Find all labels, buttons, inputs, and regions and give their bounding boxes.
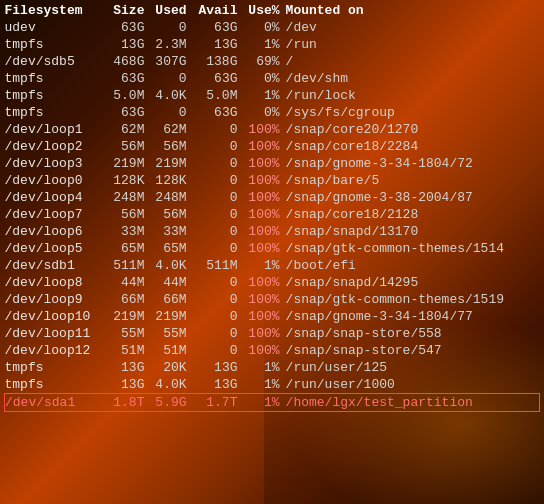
- table-row: udev63G063G0%/dev: [5, 19, 540, 36]
- table-row: /dev/loop1155M55M0100%/snap/snap-store/5…: [5, 325, 540, 342]
- col-used: Used: [150, 2, 192, 19]
- cell-avail: 63G: [193, 104, 244, 121]
- cell-mount: /dev/shm: [286, 70, 540, 87]
- cell-use-pct: 100%: [243, 172, 285, 189]
- cell-use-pct: 100%: [243, 155, 285, 172]
- cell-used: 4.0K: [150, 257, 192, 274]
- cell-avail: 63G: [193, 19, 244, 36]
- cell-use-pct: 100%: [243, 138, 285, 155]
- cell-size: 13G: [108, 359, 150, 376]
- cell-used: 307G: [150, 53, 192, 70]
- cell-avail: 0: [193, 206, 244, 223]
- cell-mount: /snap/gnome-3-34-1804/77: [286, 308, 540, 325]
- cell-avail: 5.0M: [193, 87, 244, 104]
- cell-avail: 13G: [193, 359, 244, 376]
- cell-mount: /snap/gnome-3-38-2004/87: [286, 189, 540, 206]
- cell-avail: 13G: [193, 36, 244, 53]
- table-row: /dev/loop633M33M0100%/snap/snapd/13170: [5, 223, 540, 240]
- cell-size: 56M: [108, 138, 150, 155]
- table-row: /dev/loop162M62M0100%/snap/core20/1270: [5, 121, 540, 138]
- cell-mount: /snap/core18/2128: [286, 206, 540, 223]
- cell-fs: /dev/loop6: [5, 223, 109, 240]
- table-row: tmpfs13G2.3M13G1%/run: [5, 36, 540, 53]
- cell-size: 13G: [108, 376, 150, 394]
- cell-avail: 63G: [193, 70, 244, 87]
- col-mounted: Mounted on: [286, 2, 540, 19]
- cell-mount: /snap/snap-store/547: [286, 342, 540, 359]
- cell-used: 128K: [150, 172, 192, 189]
- cell-size: 56M: [108, 206, 150, 223]
- cell-fs: /dev/loop3: [5, 155, 109, 172]
- cell-mount: /run: [286, 36, 540, 53]
- table-row: /dev/loop1251M51M0100%/snap/snap-store/5…: [5, 342, 540, 359]
- cell-use-pct: 100%: [243, 291, 285, 308]
- cell-used: 51M: [150, 342, 192, 359]
- cell-mount: /snap/gtk-common-themes/1519: [286, 291, 540, 308]
- table-row: /dev/sdb1511M4.0K511M1%/boot/efi: [5, 257, 540, 274]
- table-row: tmpfs13G4.0K13G1%/run/user/1000: [5, 376, 540, 394]
- table-row: tmpfs63G063G0%/dev/shm: [5, 70, 540, 87]
- cell-size: 511M: [108, 257, 150, 274]
- cell-use-pct: 1%: [243, 257, 285, 274]
- cell-avail: 511M: [193, 257, 244, 274]
- cell-use-pct: 100%: [243, 240, 285, 257]
- cell-avail: 13G: [193, 376, 244, 394]
- table-row: /dev/loop844M44M0100%/snap/snapd/14295: [5, 274, 540, 291]
- cell-fs: /dev/loop0: [5, 172, 109, 189]
- table-header: Filesystem Size Used Avail Use% Mounted …: [5, 2, 540, 19]
- cell-size: 248M: [108, 189, 150, 206]
- cell-used: 0: [150, 104, 192, 121]
- cell-size: 66M: [108, 291, 150, 308]
- cell-avail: 0: [193, 172, 244, 189]
- cell-use-pct: 1%: [243, 376, 285, 394]
- cell-size: 63G: [108, 70, 150, 87]
- cell-use-pct: 100%: [243, 308, 285, 325]
- cell-mount: /snap/bare/5: [286, 172, 540, 189]
- cell-size: 33M: [108, 223, 150, 240]
- cell-fs: /dev/loop11: [5, 325, 109, 342]
- cell-use-pct: 100%: [243, 189, 285, 206]
- cell-mount: /snap/gtk-common-themes/1514: [286, 240, 540, 257]
- table-row: tmpfs63G063G0%/sys/fs/cgroup: [5, 104, 540, 121]
- col-avail: Avail: [193, 2, 244, 19]
- cell-fs: tmpfs: [5, 70, 109, 87]
- table-row: tmpfs13G20K13G1%/run/user/125: [5, 359, 540, 376]
- table-row: /dev/loop966M66M0100%/snap/gtk-common-th…: [5, 291, 540, 308]
- cell-size: 468G: [108, 53, 150, 70]
- cell-avail: 1.7T: [193, 394, 244, 412]
- cell-fs: tmpfs: [5, 359, 109, 376]
- cell-used: 56M: [150, 206, 192, 223]
- cell-used: 248M: [150, 189, 192, 206]
- cell-mount: /snap/snapd/13170: [286, 223, 540, 240]
- cell-used: 66M: [150, 291, 192, 308]
- cell-fs: /dev/loop12: [5, 342, 109, 359]
- cell-size: 65M: [108, 240, 150, 257]
- cell-mount: /snap/core20/1270: [286, 121, 540, 138]
- cell-fs: /dev/loop5: [5, 240, 109, 257]
- cell-use-pct: 1%: [243, 87, 285, 104]
- cell-avail: 0: [193, 121, 244, 138]
- cell-fs: /dev/loop8: [5, 274, 109, 291]
- cell-fs: /dev/sdb1: [5, 257, 109, 274]
- cell-size: 51M: [108, 342, 150, 359]
- cell-fs: /dev/loop9: [5, 291, 109, 308]
- cell-avail: 0: [193, 291, 244, 308]
- cell-used: 65M: [150, 240, 192, 257]
- cell-used: 20K: [150, 359, 192, 376]
- table-row: /dev/sdb5468G307G138G69%/: [5, 53, 540, 70]
- cell-use-pct: 100%: [243, 223, 285, 240]
- cell-fs: /dev/sda1: [5, 394, 109, 412]
- cell-size: 62M: [108, 121, 150, 138]
- cell-mount: /snap/core18/2284: [286, 138, 540, 155]
- col-use-pct: Use%: [243, 2, 285, 19]
- table-row: /dev/loop10219M219M0100%/snap/gnome-3-34…: [5, 308, 540, 325]
- cell-used: 5.9G: [150, 394, 192, 412]
- cell-fs: tmpfs: [5, 36, 109, 53]
- table-row: /dev/loop565M65M0100%/snap/gtk-common-th…: [5, 240, 540, 257]
- cell-use-pct: 1%: [243, 36, 285, 53]
- cell-mount: /snap/snapd/14295: [286, 274, 540, 291]
- cell-avail: 0: [193, 155, 244, 172]
- cell-fs: /dev/sdb5: [5, 53, 109, 70]
- cell-fs: /dev/loop1: [5, 121, 109, 138]
- cell-mount: /sys/fs/cgroup: [286, 104, 540, 121]
